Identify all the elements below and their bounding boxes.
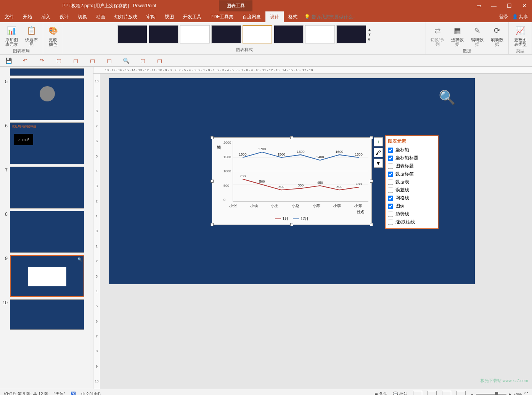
chart-elements-button[interactable]: + bbox=[374, 137, 383, 146]
maximize-icon[interactable]: ☐ bbox=[501, 3, 517, 9]
qat-btn-8[interactable]: 🔍 bbox=[121, 56, 130, 65]
elem-chart-title[interactable]: 图表标题 bbox=[388, 162, 436, 170]
tab-baidu[interactable]: 百度网盘 bbox=[238, 11, 265, 22]
add-chart-element-button[interactable]: 📊 添加图表元素 bbox=[2, 24, 21, 47]
tab-developer[interactable]: 开发工具 bbox=[178, 11, 206, 22]
slide-thumb-7[interactable] bbox=[10, 167, 84, 209]
minimize-icon[interactable]: — bbox=[486, 3, 501, 9]
slide-number: 8 bbox=[2, 211, 8, 253]
elem-error-bars[interactable]: 误差线 bbox=[388, 186, 436, 194]
elem-trendline[interactable]: 趋势线 bbox=[388, 210, 436, 218]
select-data-icon: ▦ bbox=[451, 24, 463, 37]
slide-canvas[interactable]: 🔍 销售额 2000 1500 1000 bbox=[109, 78, 475, 284]
comments-button[interactable]: 💬 批注 bbox=[393, 391, 408, 395]
sorter-view-button[interactable] bbox=[428, 391, 437, 395]
color-icon: 🎨 bbox=[47, 24, 59, 37]
gallery-down-icon[interactable]: ▼ bbox=[368, 32, 371, 37]
slide-thumb-8[interactable] bbox=[10, 211, 84, 253]
zoom-out-button[interactable]: − bbox=[471, 392, 473, 395]
chart-styles-button[interactable]: 🖌 bbox=[374, 148, 383, 157]
tab-transition[interactable]: 切换 bbox=[73, 11, 92, 22]
elem-data-table[interactable]: 数据表 bbox=[388, 178, 436, 186]
quick-layout-button[interactable]: 📋 快速布局 bbox=[22, 24, 40, 47]
x-axis-title: 姓名 bbox=[215, 209, 368, 215]
elem-updown-bars[interactable]: 涨/跌柱线 bbox=[388, 218, 436, 226]
tab-insert[interactable]: 插入 bbox=[37, 11, 55, 22]
chart-object[interactable]: 销售额 2000 1500 1000 500 0 bbox=[212, 137, 372, 225]
tab-view[interactable]: 视图 bbox=[160, 11, 178, 22]
chart-style-2[interactable] bbox=[149, 25, 178, 43]
titlebar: PPT教程2.pptx [用户上次保存的] - PowerPoint 图表工具 … bbox=[0, 0, 532, 11]
svg-text:700: 700 bbox=[240, 174, 246, 178]
elem-legend[interactable]: 图例 bbox=[388, 202, 436, 210]
tab-slideshow[interactable]: 幻灯片放映 bbox=[110, 11, 142, 22]
tab-animation[interactable]: 动画 bbox=[92, 11, 110, 22]
redo-button[interactable]: ↷ bbox=[37, 56, 47, 65]
share-button[interactable]: 👤 共享 bbox=[512, 14, 528, 20]
reading-view-button[interactable] bbox=[442, 391, 451, 395]
elem-data-labels[interactable]: 数据标签 bbox=[388, 170, 436, 178]
chart-filters-button[interactable]: ▼ bbox=[374, 159, 383, 168]
zoom-in-button[interactable]: + bbox=[509, 392, 511, 395]
edit-data-button[interactable]: ✎ 编辑数据 bbox=[468, 24, 486, 47]
switch-row-col-button[interactable]: ⇄ 切换行/列 bbox=[428, 24, 447, 47]
add-element-icon: 📊 bbox=[5, 24, 18, 37]
zoom-level[interactable]: 74% bbox=[513, 392, 522, 395]
chart-style-7[interactable] bbox=[305, 25, 335, 43]
ribbon-options-icon[interactable]: ▭ bbox=[471, 3, 486, 9]
chart-style-6[interactable] bbox=[274, 25, 304, 43]
layout-group-label: 图表布局 bbox=[13, 47, 30, 54]
accessibility-icon[interactable]: ♿ bbox=[71, 392, 76, 395]
qat-btn-9[interactable]: ▢ bbox=[138, 56, 147, 65]
chart-style-5[interactable] bbox=[243, 25, 272, 43]
tab-chart-design[interactable]: 设计 bbox=[265, 11, 284, 22]
qat-btn-4[interactable]: ▢ bbox=[54, 56, 63, 65]
slide-thumb-prev[interactable] bbox=[10, 68, 84, 76]
elem-gridlines[interactable]: 网格线 bbox=[388, 194, 436, 202]
qat-btn-5[interactable]: ▢ bbox=[71, 56, 80, 65]
main-area: 5 6 此处填写你的标题ε=mc² 7 8 9 🔍 10 18 · 1 bbox=[0, 67, 532, 389]
tab-file[interactable]: 文件 bbox=[0, 11, 18, 22]
slide-thumb-5[interactable] bbox=[10, 78, 84, 120]
slide-thumb-6[interactable]: 此处填写你的标题ε=mc² bbox=[10, 122, 84, 164]
tab-review[interactable]: 审阅 bbox=[142, 11, 160, 22]
close-icon[interactable]: ✕ bbox=[517, 3, 532, 9]
gallery-up-icon[interactable]: ▲ bbox=[368, 27, 371, 32]
chart-style-4[interactable] bbox=[211, 25, 241, 43]
tab-home[interactable]: 开始 bbox=[18, 11, 37, 22]
chart-style-8[interactable] bbox=[336, 25, 366, 43]
select-data-button[interactable]: ▦ 选择数据 bbox=[448, 24, 466, 47]
save-button[interactable]: 💾 bbox=[4, 56, 13, 65]
fit-button[interactable]: ⛶ bbox=[524, 392, 528, 395]
slide-thumb-10[interactable] bbox=[10, 299, 84, 330]
change-color-button[interactable]: 🎨 更改颜色 bbox=[45, 24, 61, 47]
qat-btn-6[interactable]: ▢ bbox=[88, 56, 97, 65]
zoom-slider[interactable] bbox=[476, 394, 506, 395]
chart-style-1[interactable] bbox=[117, 25, 147, 43]
svg-text:450: 450 bbox=[317, 181, 323, 185]
ribbon: 📊 添加图表元素 📋 快速布局 图表布局 🎨 更改颜色 ▲ bbox=[0, 22, 532, 55]
qat-btn-10[interactable]: ▢ bbox=[155, 56, 164, 65]
edit-data-icon: ✎ bbox=[471, 24, 483, 37]
chart-tools-label: 图表工具 bbox=[219, 0, 252, 11]
gallery-more-icon[interactable]: ⊽ bbox=[368, 37, 371, 42]
slideshow-view-button[interactable] bbox=[456, 391, 466, 395]
change-chart-type-button[interactable]: 📈 更改图表类型 bbox=[511, 24, 529, 47]
slide-panel[interactable]: 5 6 此处填写你的标题ε=mc² 7 8 9 🔍 10 bbox=[0, 67, 93, 389]
elem-axes[interactable]: 坐标轴 bbox=[388, 146, 436, 154]
qat-btn-7[interactable]: ▢ bbox=[104, 56, 114, 65]
undo-button[interactable]: ↶ bbox=[21, 56, 30, 65]
notes-button[interactable]: ≣ 备注 bbox=[374, 391, 387, 395]
tab-chart-format[interactable]: 格式 bbox=[284, 11, 302, 22]
chart-style-3[interactable] bbox=[180, 25, 210, 43]
language[interactable]: 中文(中国) bbox=[81, 391, 101, 395]
tab-pdf[interactable]: PDF工具集 bbox=[206, 11, 238, 22]
slide-number bbox=[2, 68, 8, 76]
login-button[interactable]: 登录 bbox=[499, 14, 508, 20]
elem-axis-titles[interactable]: 坐标轴标题 bbox=[388, 154, 436, 162]
tab-design[interactable]: 设计 bbox=[55, 11, 73, 22]
tell-me-input[interactable] bbox=[310, 13, 367, 21]
normal-view-button[interactable] bbox=[413, 391, 422, 395]
refresh-data-button[interactable]: ⟳ 刷新数据 bbox=[488, 24, 506, 47]
slide-thumb-9[interactable]: 🔍 bbox=[10, 255, 84, 297]
